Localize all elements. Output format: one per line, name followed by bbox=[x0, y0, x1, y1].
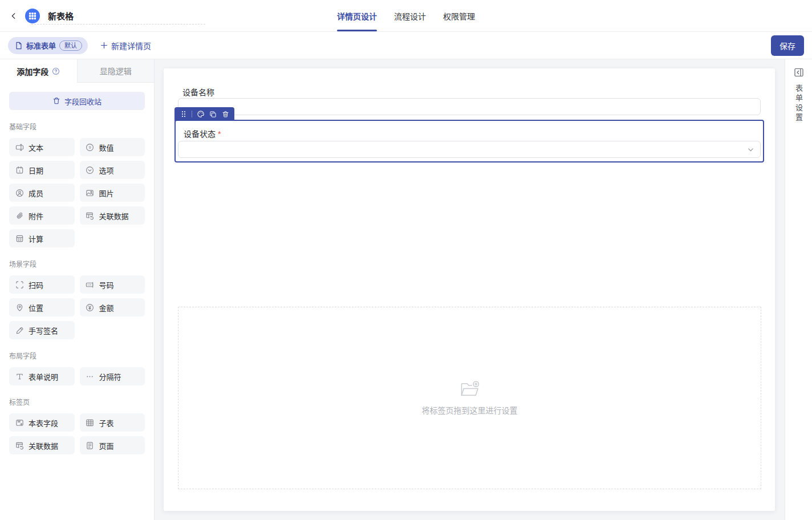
field-device-name[interactable]: 设备名称 bbox=[164, 68, 775, 115]
field-item-page[interactable]: 页面 bbox=[80, 436, 145, 454]
field-item-image[interactable]: 图片 bbox=[80, 184, 145, 202]
calc-icon bbox=[15, 234, 24, 243]
form-note-icon bbox=[15, 372, 24, 381]
panel-expand-icon bbox=[794, 67, 804, 78]
number-icon: 9 bbox=[86, 143, 95, 152]
field-item-date[interactable]: 1日期 bbox=[9, 161, 75, 179]
help-icon[interactable] bbox=[52, 67, 60, 75]
field-item-label: 本表字段 bbox=[29, 417, 58, 428]
field-recycle-bin-button[interactable]: 字段回收站 bbox=[9, 92, 145, 110]
field-item-number[interactable]: 9数值 bbox=[80, 138, 145, 156]
field-item-text[interactable]: 文本 bbox=[9, 138, 75, 156]
required-asterisk: * bbox=[218, 129, 221, 139]
field-item-relation[interactable]: 关联数据 bbox=[9, 436, 75, 454]
design-canvas-area: 设备名称 bbox=[155, 59, 785, 520]
add-field-label: 添加字段 bbox=[17, 66, 48, 77]
drag-handle-icon[interactable] bbox=[179, 110, 188, 119]
device-status-select[interactable] bbox=[178, 141, 761, 158]
device-name-input[interactable] bbox=[178, 98, 761, 115]
device-name-label: 设备名称 bbox=[178, 86, 761, 98]
field-item-label: 计算 bbox=[29, 233, 43, 244]
relation-icon bbox=[86, 211, 95, 220]
new-detail-page-button[interactable]: 新建详情页 bbox=[100, 40, 151, 51]
trash-icon bbox=[52, 97, 60, 105]
field-item-label: 页面 bbox=[99, 440, 114, 451]
delete-field-button[interactable] bbox=[221, 110, 230, 119]
field-item-attachment[interactable]: 附件 bbox=[9, 206, 75, 225]
field-item-option[interactable]: 选项 bbox=[80, 161, 145, 179]
standard-form-label: 标准表单 bbox=[26, 40, 56, 51]
tab-page-dropzone[interactable]: 将标签页拖到这里进行设置 bbox=[178, 307, 761, 489]
tab-detail-page-design[interactable]: 详情页设计 bbox=[337, 0, 377, 31]
field-item-serial[interactable]: 123号码 bbox=[80, 275, 145, 294]
app-root: 新表格 详情页设计 流程设计 权限管理 标准表单 默认 新建详情页 保存 添加字… bbox=[0, 0, 812, 520]
field-item-current-table[interactable]: 本表字段 bbox=[9, 413, 75, 432]
field-item-signature[interactable]: 手写签名 bbox=[9, 321, 75, 339]
relation-icon bbox=[15, 441, 24, 450]
field-item-divider[interactable]: 分隔符 bbox=[80, 367, 145, 385]
field-item-label: 金额 bbox=[99, 302, 114, 313]
field-item-subtable[interactable]: 子表 bbox=[80, 413, 145, 432]
field-item-label: 位置 bbox=[29, 302, 43, 313]
text-icon bbox=[15, 143, 24, 152]
form-title[interactable]: 新表格 bbox=[48, 10, 74, 22]
section-title: 布局字段 bbox=[9, 351, 145, 360]
divider-icon bbox=[86, 372, 95, 381]
form-canvas[interactable]: 设备名称 bbox=[164, 68, 775, 511]
current-table-icon bbox=[15, 418, 24, 427]
option-icon bbox=[86, 165, 95, 174]
field-toolbar bbox=[174, 107, 234, 121]
field-item-label: 表单说明 bbox=[29, 371, 58, 382]
trash-icon bbox=[222, 111, 229, 118]
field-item-label: 分隔符 bbox=[99, 371, 121, 382]
save-button[interactable]: 保存 bbox=[771, 35, 804, 56]
money-icon bbox=[86, 303, 95, 312]
signature-icon bbox=[15, 326, 24, 335]
folder-plus-icon bbox=[460, 380, 480, 397]
image-icon bbox=[86, 188, 95, 197]
tab-visibility-logic[interactable]: 显隐逻辑 bbox=[77, 59, 155, 83]
field-item-location[interactable]: 位置 bbox=[9, 298, 75, 316]
field-item-label: 关联数据 bbox=[29, 440, 58, 451]
field-item-calc[interactable]: 计算 bbox=[9, 229, 75, 247]
chevron-down-icon bbox=[747, 146, 754, 153]
field-item-label: 号码 bbox=[99, 279, 114, 290]
field-item-money[interactable]: 金额 bbox=[80, 298, 145, 316]
section-title: 基础字段 bbox=[9, 121, 145, 131]
svg-text:123: 123 bbox=[87, 283, 92, 286]
visibility-logic-label: 显隐逻辑 bbox=[100, 65, 132, 76]
app-grid-icon[interactable] bbox=[25, 9, 40, 23]
field-item-member[interactable]: 成员 bbox=[9, 184, 75, 202]
subtable-icon bbox=[86, 418, 95, 427]
field-item-form-note[interactable]: 表单说明 bbox=[9, 367, 75, 385]
dropzone-hint: 将标签页拖到这里进行设置 bbox=[422, 404, 518, 416]
tab-flow-design[interactable]: 流程设计 bbox=[394, 0, 426, 31]
back-button[interactable] bbox=[7, 9, 21, 23]
field-item-label: 图片 bbox=[99, 188, 114, 198]
chevron-left-icon bbox=[10, 12, 18, 20]
sidebar-body: 字段回收站 基础字段文本9数值1日期选项成员图片附件关联数据计算场景字段扫码12… bbox=[0, 83, 154, 520]
detail-page-bar: 标准表单 默认 新建详情页 保存 bbox=[0, 32, 812, 59]
field-item-label: 手写签名 bbox=[29, 325, 58, 336]
field-item-label: 数值 bbox=[99, 142, 114, 153]
standard-form-pill[interactable]: 标准表单 默认 bbox=[8, 37, 88, 54]
field-item-label: 成员 bbox=[29, 188, 43, 198]
grid-glyph bbox=[29, 12, 36, 20]
form-settings-label[interactable]: 表单设置 bbox=[793, 84, 804, 123]
expand-panel-button[interactable] bbox=[794, 67, 804, 78]
duplicate-field-button[interactable] bbox=[209, 110, 217, 119]
page-icon bbox=[86, 441, 95, 450]
field-item-label: 扫码 bbox=[29, 279, 43, 290]
tab-add-field[interactable]: 添加字段 bbox=[0, 59, 77, 83]
field-item-label: 文本 bbox=[29, 142, 43, 153]
field-item-label: 关联数据 bbox=[99, 210, 129, 221]
field-item-scan[interactable]: 扫码 bbox=[9, 275, 75, 294]
document-icon bbox=[15, 42, 23, 50]
field-item-relation[interactable]: 关联数据 bbox=[80, 206, 145, 225]
field-item-label: 附件 bbox=[29, 210, 43, 221]
svg-text:9: 9 bbox=[88, 145, 91, 150]
svg-text:1: 1 bbox=[18, 168, 21, 172]
style-palette-button[interactable] bbox=[196, 110, 205, 119]
tab-permission-management[interactable]: 权限管理 bbox=[443, 0, 475, 31]
field-device-status-selected[interactable]: 设备状态* bbox=[174, 120, 764, 162]
